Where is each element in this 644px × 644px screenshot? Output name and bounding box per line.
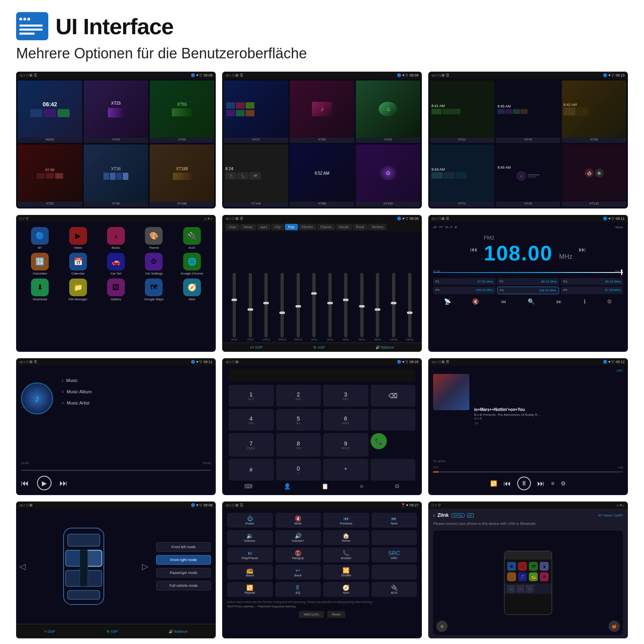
- swc-navi-btn[interactable]: 🧭 Navi: [323, 582, 369, 597]
- key-2[interactable]: 2ABC: [276, 385, 321, 407]
- app-bt[interactable]: 🔵 BT: [23, 227, 57, 250]
- next-station-btn[interactable]: ⏭: [579, 246, 586, 254]
- app-video[interactable]: ▶ Video: [60, 227, 95, 250]
- tab-rock[interactable]: Rock: [353, 224, 368, 230]
- swc-1k-label[interactable]: SWC1(1K): [299, 611, 324, 618]
- swc-answer-btn[interactable]: 📞 Answer: [323, 547, 369, 562]
- swc-eq-btn[interactable]: 🎚 EQ: [275, 582, 321, 597]
- music2-list-btn[interactable]: ≡: [551, 480, 554, 487]
- theme-xt112[interactable]: ⏻ ⚙ XT112: [562, 144, 626, 207]
- tab-user[interactable]: User: [225, 224, 239, 230]
- swc-back-btn[interactable]: ↩ Back: [275, 565, 321, 580]
- swc-mute-btn[interactable]: 🔇 Mute: [275, 513, 321, 528]
- prev-station-btn[interactable]: ⏮: [470, 246, 477, 254]
- dsp-btn-asp[interactable]: ⚙ ASP: [313, 345, 325, 349]
- music-menu-music[interactable]: ♪ Music: [61, 378, 92, 383]
- tab-movie[interactable]: Movie: [336, 224, 352, 230]
- zlink-back-icon[interactable]: ‹: [433, 512, 435, 518]
- radio-mute-btn[interactable]: 🔇: [472, 298, 479, 305]
- app-chrome[interactable]: 🌐 Google Chrome: [175, 253, 209, 275]
- key-7[interactable]: 7PQRS: [229, 433, 274, 456]
- preset-p3[interactable]: P3 98.10 MHz: [561, 278, 623, 285]
- swc-shuffle-btn[interactable]: 🔀 Shuffle: [323, 565, 369, 580]
- radio-settings-btn[interactable]: ⚙: [607, 298, 612, 305]
- call-button[interactable]: 📞: [371, 433, 387, 449]
- key-star[interactable]: *: [323, 459, 368, 481]
- tab-techno[interactable]: Techno: [368, 224, 386, 230]
- balance-balance-btn[interactable]: 🔊 Balance: [169, 627, 188, 636]
- next-track-btn[interactable]: ⏭: [60, 479, 68, 488]
- recents-btn[interactable]: 📋: [322, 483, 328, 489]
- preset-p2[interactable]: P2 90.10 MHz: [497, 278, 559, 285]
- app-calculator[interactable]: 🔢 Calculator: [23, 253, 57, 275]
- swc-hangup-btn[interactable]: 📵 HangUp: [275, 547, 321, 562]
- eq-bar-4khz[interactable]: 4kHz: [339, 273, 353, 341]
- key-backspace[interactable]: ⌫: [371, 385, 416, 407]
- eq-bar-6khz[interactable]: 6kHz: [355, 273, 369, 341]
- tab-city[interactable]: City: [271, 224, 284, 230]
- theme-xt27[interactable]: XT27: [224, 80, 288, 143]
- swc-playpause-btn[interactable]: ⏯ Play/Pause: [227, 547, 273, 562]
- tab-news[interactable]: News: [240, 224, 256, 230]
- mode-full-vehicle[interactable]: Full vehicle mode: [156, 581, 211, 590]
- preset-p4[interactable]: P4 106.10 MHz: [433, 287, 495, 294]
- contacts-btn[interactable]: 👤: [284, 483, 291, 489]
- swc-src-btn[interactable]: SRC SRC: [372, 547, 417, 562]
- music-menu-artist[interactable]: ○ Music Artist: [61, 400, 92, 406]
- theme-xt71[interactable]: 9:43 AM XT71: [430, 144, 494, 207]
- preset-p5[interactable]: P5 108.00 MHz: [497, 287, 559, 294]
- swc-reset-btn[interactable]: Reset: [327, 611, 345, 618]
- preset-p6[interactable]: P6 87.50 MHz: [561, 287, 623, 294]
- settings-btn[interactable]: ⚙: [394, 483, 400, 489]
- music2-next-btn[interactable]: ⏭: [537, 479, 545, 488]
- app-download[interactable]: ⬇ Download: [23, 279, 57, 301]
- theme-xt36[interactable]: XT36 XT36: [84, 144, 148, 207]
- mode-front-right[interactable]: Front right mode: [156, 555, 211, 565]
- app-gallery[interactable]: 🖼 Gallery: [99, 279, 133, 301]
- eq-bar-1khz[interactable]: 1kHz: [307, 273, 322, 341]
- theme-xt52[interactable]: 87.50 XT52: [18, 144, 82, 207]
- app-theme[interactable]: 🎨 Theme: [136, 227, 171, 250]
- theme-xt55[interactable]: XT55 XT55: [150, 80, 214, 143]
- app-maps[interactable]: 🗺 Google Maps: [136, 279, 171, 301]
- tab-jazz[interactable]: Jazz: [257, 224, 271, 230]
- swc-band-btn[interactable]: 📻 Band: [227, 565, 273, 580]
- eq-bar-125hz[interactable]: 125Hz: [259, 273, 274, 341]
- music2-repeat-btn[interactable]: 🔁: [490, 480, 497, 487]
- tab-classic[interactable]: Classic: [317, 224, 335, 230]
- radio-search-btn[interactable]: 🔍: [528, 298, 535, 305]
- key-0[interactable]: 0+: [276, 459, 321, 481]
- eq-bar-2khz[interactable]: 2kHz: [322, 273, 337, 341]
- key-9[interactable]: 9WXYZ: [323, 433, 368, 456]
- theme-xt29[interactable]: 8:45 AM ♪ XT29: [496, 144, 560, 207]
- radio-prev-btn[interactable]: ⏮: [501, 298, 506, 305]
- app-file-manager[interactable]: 📁 File Manager: [60, 279, 95, 301]
- key-3[interactable]: 3DEF: [323, 385, 368, 407]
- key-4[interactable]: 4GHI: [229, 409, 274, 431]
- favorites-btn[interactable]: ≡: [360, 483, 363, 489]
- eq-bar-500hz[interactable]: 500Hz: [291, 273, 305, 341]
- app-calendar[interactable]: 📅 Calendar: [60, 253, 95, 275]
- swc-aux-btn[interactable]: 🔌 AUX: [372, 582, 417, 597]
- settings-circle-btn[interactable]: ⚙: [436, 621, 448, 632]
- key-hash[interactable]: #: [229, 459, 274, 481]
- preset-p1[interactable]: P1 87.50 MHz: [433, 278, 495, 285]
- mode-passenger[interactable]: Passenger mode: [156, 568, 211, 578]
- key-6[interactable]: 6MNO: [323, 409, 368, 431]
- theme-xt24[interactable]: ♫ XT24: [356, 80, 420, 143]
- swc-next-btn[interactable]: ⏭ Next: [372, 513, 417, 528]
- swc-vol-down-btn[interactable]: 🔉 Volume-: [227, 530, 273, 545]
- eq-bar-30hz[interactable]: 30Hz: [227, 273, 242, 341]
- app-car-settings[interactable]: ⚙ Car Settings: [136, 253, 171, 275]
- radio-next-btn[interactable]: ⏭: [556, 298, 562, 305]
- radio-info-btn[interactable]: ℹ: [584, 298, 586, 305]
- music2-progress-bar[interactable]: [433, 471, 623, 473]
- eq-bar-75hz[interactable]: 75Hz: [243, 273, 258, 341]
- app-aux[interactable]: 🔌 AUX: [175, 227, 209, 250]
- play-pause-btn[interactable]: ▶: [37, 476, 52, 490]
- theme-xt11[interactable]: 8:41 AM XT11: [430, 80, 494, 143]
- music2-play-btn[interactable]: ⏸: [517, 477, 531, 490]
- tab-electro[interactable]: Electro: [299, 224, 316, 230]
- swc-repeat-btn[interactable]: 🔁 Repeat: [227, 582, 273, 597]
- balance-dsp-btn[interactable]: ≡ DSP: [44, 627, 55, 636]
